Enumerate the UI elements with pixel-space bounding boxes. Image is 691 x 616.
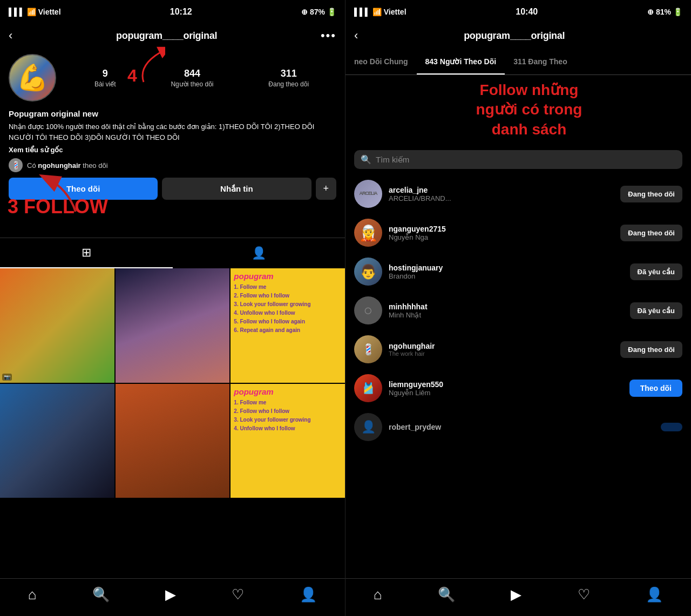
stat-following[interactable]: 311 Đang theo dõi [268,68,309,88]
followers-label: Người theo dõi [171,80,213,88]
left-status-bar: ▌▌▌ 📶 Viettel 10:12 ⊕ 87% 🔋 [0,0,345,24]
avatar-minh[interactable]: ○ [354,296,382,324]
profile-avatar[interactable]: 💪 [9,54,56,101]
popugram-item-4: 4. Unfollow who I follow [234,309,342,317]
requested-button-minh[interactable]: Đã yêu cầu [630,302,682,319]
tab-followers[interactable]: 843 Người Theo Dõi [417,50,505,75]
avatar-arcelia[interactable]: ARCELIA [354,180,382,208]
username-nga: nganguyen2715 [389,225,614,233]
user-info-nga: nganguyen2715 Nguyễn Nga [389,225,614,241]
popugram-title-2: popugram [234,387,342,396]
follow-button[interactable]: Theo dõi [9,178,158,200]
right-back-button[interactable]: ‹ [354,29,358,43]
battery-label: 87% [310,8,325,16]
home-nav-icon[interactable]: ⌂ [28,586,37,603]
left-profile-title: popugram____original [116,30,217,42]
profile-bio: Nhận được 100% người theo dõi thật chỉ b… [9,121,336,143]
mutual-avatar-img: 💈 [11,161,21,170]
right-carrier: ▌▌▌ 📶 Viettel [354,8,407,16]
profile-top: 💪 9 Bài viết 844 Người theo dõi 311 Đang… [9,54,336,101]
right-carrier-label: Viettel [384,8,407,16]
followers-count: 844 [184,68,200,79]
fullname-nga: Nguyễn Nga [389,233,614,241]
tab-grid[interactable]: ⊞ [0,238,173,268]
posts-label: Bài viết [94,80,116,88]
grid-item-3[interactable]: popugram 1. Follow me 2. Follow who I fo… [231,268,345,383]
right-location-icon: ⊕ [647,8,654,16]
right-profile-nav-icon[interactable]: 👤 [646,586,663,603]
popugram-list-1: 1. Follow me 2. Follow who I follow 3. L… [234,283,342,335]
search-input[interactable]: Tìm kiếm [376,155,409,165]
grid-item-2[interactable] [116,268,230,383]
right-search-nav-icon[interactable]: 🔍 [438,586,455,603]
carrier-label: Viettel [38,8,61,16]
ngohung-avatar-img: 💈 [362,343,375,356]
following-button-arcelia[interactable]: Đang theo dõi [620,186,682,202]
arcelia-avatar-text: ARCELIA [360,191,377,197]
left-carrier: ▌▌▌ 📶 Viettel [9,8,61,16]
mutual-avatar: 💈 [9,158,23,172]
profile-link[interactable]: Xem tiểu sử gốc [9,146,336,154]
following-label: Đang theo dõi [268,80,309,88]
right-likes-nav-icon[interactable]: ♡ [578,586,590,603]
left-battery-area: ⊕ 87% 🔋 [301,8,336,16]
username-minh: minhhhhat [389,302,624,311]
stat-followers[interactable]: 844 Người theo dõi [171,68,213,88]
message-button[interactable]: Nhắn tin [162,178,311,200]
right-reels-nav-icon[interactable]: ▶ [511,586,521,603]
username-ngohung: ngohunghair [389,342,614,350]
user-info-hosting: hostingjanuary Brandon [389,263,624,280]
tab-common-followers[interactable]: neo Dõi Chung [346,50,417,75]
back-button[interactable]: ‹ [9,29,12,43]
reels-nav-icon[interactable]: ▶ [165,586,176,603]
grid-item-4[interactable] [0,384,114,498]
requested-button-hosting[interactable]: Đã yêu cầu [630,263,682,280]
grid-item-1[interactable]: 📷 [0,268,114,383]
popugram-card-2: popugram 1. Follow me 2. Follow who I fo… [231,384,345,498]
popugram-card-1: popugram 1. Follow me 2. Follow who I fo… [231,268,345,383]
battery-icon: 🔋 [327,8,336,16]
action-buttons: Theo dõi Nhắn tin + [9,178,336,200]
user-info-robert: robert_prydew [389,423,654,431]
follow-button-liem[interactable]: Theo dõi [629,380,682,397]
username-hosting: hostingjanuary [389,263,624,272]
search-nav-icon[interactable]: 🔍 [92,586,110,603]
user-item-liem: 🎽 liemnguyen550 Nguyễn Liêm Theo dõi [346,369,691,408]
grid-item-1-label: 📷 [2,374,12,381]
right-home-nav-icon[interactable]: ⌂ [374,586,382,603]
user-info-minh: minhhhhat Minh Nhật [389,302,624,319]
avatar-liem[interactable]: 🎽 [354,374,382,402]
popugram-item-1: 1. Follow me [234,283,342,292]
right-profile-title: popugram____original [464,30,565,42]
right-wifi-icon: 📶 [372,8,382,16]
avatar-nga[interactable]: 🧝 [354,219,382,247]
profile-mutual: 💈 Có ngohunghair theo dõi [9,158,336,172]
follow-button-robert[interactable] [661,423,682,431]
profile-tabs: ⊞ 👤 [0,238,345,268]
right-panel: ▌▌▌ 📶 Viettel 10:40 ⊕ 81% 🔋 ‹ popugram__… [346,0,691,616]
more-options-button[interactable]: ••• [321,29,336,43]
left-panel: ▌▌▌ 📶 Viettel 10:12 ⊕ 87% 🔋 ‹ popugram__… [0,0,346,616]
following-button-ngohung[interactable]: Đang theo dõi [620,341,682,358]
search-bar[interactable]: 🔍 Tìm kiếm [354,150,682,169]
tab-following[interactable]: 311 Đang Theo [505,50,576,75]
left-top-nav: ‹ popugram____original ••• [0,24,345,50]
stat-posts[interactable]: 9 Bài viết [94,68,116,88]
profile-nav-icon[interactable]: 👤 [300,586,317,603]
grid-item-5[interactable] [116,384,230,498]
mutual-username: ngohunghair [38,161,80,170]
avatar-hosting[interactable]: 👨 [354,258,382,286]
popugram-item-5: 5. Follow who I follow again [234,317,342,326]
hosting-avatar-img: 👨 [360,263,377,280]
left-time: 10:12 [170,7,192,17]
profile-name: Popugram original new [9,109,336,118]
likes-nav-icon[interactable]: ♡ [232,586,244,603]
right-bottom-nav: ⌂ 🔍 ▶ ♡ 👤 [346,578,691,616]
add-friend-button[interactable]: + [316,178,337,200]
user-item-robert: 👤 robert_prydew [346,408,691,446]
avatar-robert[interactable]: 👤 [354,413,382,441]
tab-tagged[interactable]: 👤 [173,238,346,268]
avatar-ngohung[interactable]: 💈 [354,335,382,363]
following-button-nga[interactable]: Đang theo dõi [620,225,682,241]
grid-item-6[interactable]: popugram 1. Follow me 2. Follow who I fo… [231,384,345,498]
